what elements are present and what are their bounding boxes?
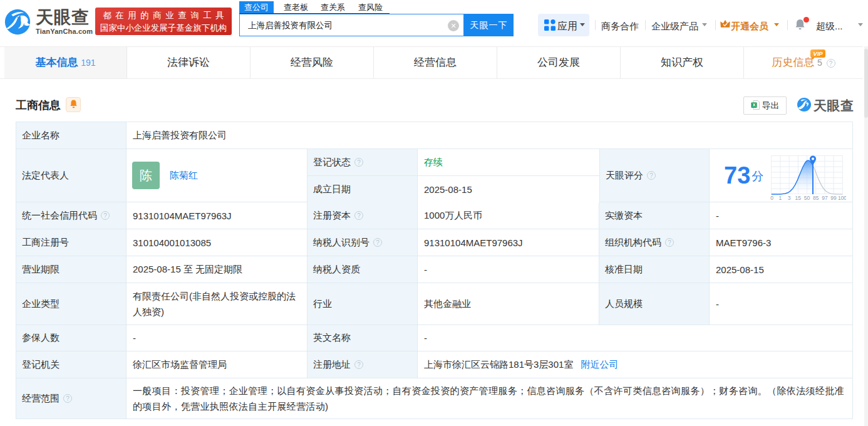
svg-text:0: 0 xyxy=(771,195,774,201)
svg-text:1: 1 xyxy=(779,195,782,201)
svg-text:15: 15 xyxy=(795,195,802,201)
svg-text:85: 85 xyxy=(813,195,819,201)
svg-text:100: 100 xyxy=(838,195,846,201)
svg-text:99: 99 xyxy=(831,195,837,201)
svg-text:50: 50 xyxy=(804,195,810,201)
svg-text:X: X xyxy=(752,102,755,108)
svg-text:97: 97 xyxy=(822,195,828,201)
svg-text:3: 3 xyxy=(788,195,791,201)
